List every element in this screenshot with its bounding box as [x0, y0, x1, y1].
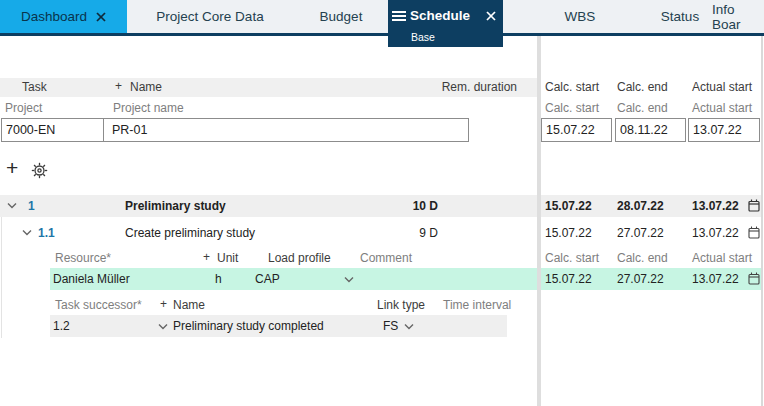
- task-rem-duration: 10 D: [380, 199, 438, 213]
- task-successor-column-header: Task successor*: [55, 298, 142, 312]
- dropdown-chevron-icon[interactable]: [158, 323, 168, 330]
- project-id-input[interactable]: 7000-EN: [2, 119, 104, 141]
- unit-column-header: Unit: [217, 251, 238, 265]
- task-calc-end: 28.07.22: [617, 199, 664, 213]
- tab-wbs-label: WBS: [565, 9, 596, 24]
- task-name: Preliminary study: [125, 199, 226, 213]
- project-input-group: 7000-EN PR-01: [1, 118, 469, 142]
- chevron-down-icon[interactable]: [7, 202, 17, 209]
- project-calc-end-input[interactable]: 08.11.22: [615, 118, 686, 142]
- column-header-name: Name: [130, 80, 162, 94]
- project-name-input[interactable]: PR-01: [104, 119, 468, 141]
- resource-load-profile[interactable]: CAP: [255, 272, 280, 286]
- add-column-button[interactable]: +: [115, 79, 122, 93]
- resource-calc-end: 27.07.22: [617, 272, 664, 286]
- load-profile-column-header: Load profile: [268, 251, 331, 265]
- tab-dashboard[interactable]: Dashboard: [0, 0, 127, 33]
- task-actual-start: 13.07.22: [692, 226, 739, 240]
- successor-name-column-header: Name: [173, 298, 205, 312]
- task-calc-end: 27.07.22: [617, 226, 664, 240]
- tab-wbs[interactable]: WBS: [503, 0, 657, 33]
- scrollbar-track[interactable]: [761, 36, 763, 406]
- tab-project-core-data-label: Project Core Data: [156, 9, 263, 24]
- time-interval-column-header: Time interval: [443, 298, 511, 312]
- tab-project-core-data[interactable]: Project Core Data: [127, 0, 293, 33]
- tab-status[interactable]: Status: [650, 0, 710, 33]
- label-calc-end: Calc. end: [617, 101, 668, 115]
- label-actual-start: Actual start: [692, 101, 752, 115]
- resource-calc-end-header: Calc. end: [617, 251, 668, 265]
- tab-schedule[interactable]: Schedule Base: [388, 0, 503, 47]
- successor-link-type[interactable]: FS: [383, 319, 398, 333]
- column-header-calc-start: Calc. start: [545, 80, 599, 94]
- label-calc-start: Calc. start: [545, 101, 599, 115]
- comment-column-header: Comment: [360, 251, 412, 265]
- successor-name: Preliminary study completed: [173, 319, 324, 333]
- column-header-task: Task: [22, 80, 47, 94]
- column-header-actual-start: Actual start: [692, 80, 752, 94]
- resource-name[interactable]: Daniela Müller: [53, 272, 130, 286]
- tab-budget[interactable]: Budget: [293, 0, 389, 33]
- dropdown-chevron-icon[interactable]: [404, 323, 414, 330]
- schedule-app-window: Dashboard Project Core Data Budget Sched…: [0, 0, 764, 406]
- tab-info-board-label: Info Boar: [712, 2, 764, 32]
- task-calc-start: 15.07.22: [545, 199, 592, 213]
- resource-actual-start: 13.07.22: [692, 272, 739, 286]
- task-rem-duration: 9 D: [380, 226, 438, 240]
- task-calc-start: 15.07.22: [545, 226, 592, 240]
- resource-calc-start-header: Calc. start: [545, 251, 599, 265]
- add-task-button[interactable]: +: [6, 156, 18, 180]
- resource-calc-start: 15.07.22: [545, 272, 592, 286]
- column-header-rem-duration: Rem. duration: [400, 80, 517, 94]
- resource-unit[interactable]: h: [215, 272, 222, 286]
- settings-gear-icon[interactable]: [31, 162, 48, 179]
- project-actual-start-input[interactable]: 13.07.22: [688, 118, 760, 142]
- tab-schedule-label: Schedule: [410, 8, 470, 23]
- tab-schedule-sublabel: Base: [411, 31, 435, 43]
- successor-id[interactable]: 1.2: [53, 319, 70, 333]
- task-wbs-number: 1: [28, 199, 35, 213]
- calendar-icon[interactable]: [748, 272, 760, 285]
- tab-dashboard-label: Dashboard: [21, 9, 87, 24]
- add-resource-button[interactable]: +: [203, 250, 210, 264]
- project-calc-start-input[interactable]: 15.07.22: [541, 118, 612, 142]
- calendar-icon[interactable]: [748, 199, 760, 212]
- link-type-column-header: Link type: [377, 298, 425, 312]
- add-successor-button[interactable]: +: [160, 297, 167, 311]
- label-project: Project: [5, 101, 42, 115]
- close-icon[interactable]: [96, 12, 106, 22]
- pane-divider[interactable]: [537, 36, 541, 406]
- tab-info-board[interactable]: Info Boar: [712, 0, 764, 33]
- dropdown-chevron-icon[interactable]: [344, 276, 354, 283]
- close-icon[interactable]: [486, 11, 496, 21]
- tab-bar: Dashboard Project Core Data Budget Sched…: [0, 0, 764, 36]
- chevron-down-icon[interactable]: [22, 229, 32, 236]
- label-project-name: Project name: [113, 101, 184, 115]
- column-header-calc-end: Calc. end: [617, 80, 668, 94]
- resource-actual-start-header: Actual start: [692, 251, 752, 265]
- task-wbs-number: 1.1: [38, 226, 55, 240]
- resource-column-header: Resource*: [55, 251, 111, 265]
- task-row[interactable]: [0, 195, 537, 217]
- hamburger-menu-icon[interactable]: [392, 10, 406, 22]
- calendar-icon[interactable]: [748, 226, 760, 239]
- tab-status-label: Status: [661, 9, 699, 24]
- tab-budget-label: Budget: [320, 9, 363, 24]
- task-name: Create preliminary study: [125, 226, 255, 240]
- task-actual-start: 13.07.22: [692, 199, 739, 213]
